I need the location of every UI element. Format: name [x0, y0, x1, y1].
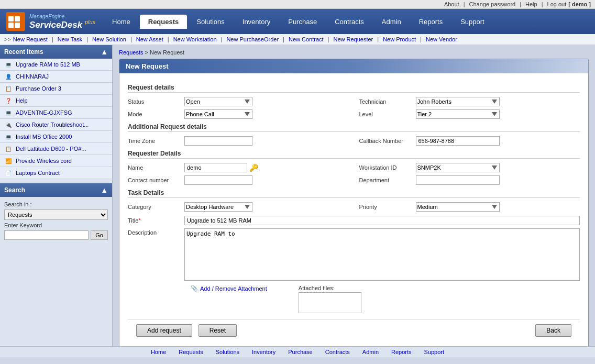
category-select[interactable]: Desktop Hardware Software Network: [184, 202, 252, 212]
wifi-icon: 📶: [4, 157, 13, 165]
logout-link[interactable]: Log out: [547, 1, 567, 7]
name-row: Name 🔑: [128, 163, 349, 172]
list-item[interactable]: 📶 Provide Wireless cord: [0, 155, 112, 167]
contact-input[interactable]: [184, 175, 252, 185]
nav-tab-contracts[interactable]: Contracts: [326, 15, 372, 29]
nav-tab-solutions[interactable]: Solutions: [188, 15, 233, 29]
purchase-icon: 📋: [4, 84, 13, 93]
footer-support[interactable]: Support: [424, 349, 445, 355]
help-icon: ❓: [4, 96, 13, 105]
list-item[interactable]: 📋 Purchase Order 3: [0, 83, 112, 95]
list-item[interactable]: ❓ Help: [0, 95, 112, 107]
back-button[interactable]: Back: [535, 324, 571, 337]
name-input-group: 🔑: [184, 163, 258, 172]
callback-input[interactable]: [416, 136, 500, 146]
search-input[interactable]: [4, 230, 89, 240]
recent-item-link[interactable]: Upgrade RAM to 512 MB: [16, 61, 80, 68]
breadcrumb-requests[interactable]: Requests: [119, 49, 143, 56]
name-input[interactable]: [184, 163, 247, 172]
recent-item-link[interactable]: Dell Lattitude D600 - PO#...: [16, 146, 86, 152]
list-item[interactable]: 👤 CHINNARAJ: [0, 71, 112, 83]
sidebar: Recent Items ▲ 💻 Upgrade RAM to 512 MB 👤…: [0, 45, 113, 346]
timezone-label: Time Zone: [128, 138, 180, 144]
nav-tab-support[interactable]: Support: [452, 15, 493, 29]
shortcut-new-asset[interactable]: New Asset: [136, 36, 163, 42]
top-bar: About | Change password | Help | Log out…: [0, 0, 595, 9]
list-item[interactable]: 📋 Dell Lattitude D600 - PO#...: [0, 143, 112, 155]
list-item[interactable]: 📄 Laptops Contract: [0, 167, 112, 179]
recent-item-link[interactable]: Cisco Router Troubleshoot...: [16, 122, 89, 128]
footer-reports[interactable]: Reports: [391, 349, 412, 355]
list-item[interactable]: 💻 Install MS Office 2000: [0, 131, 112, 143]
add-request-button[interactable]: Add request: [136, 324, 192, 337]
recent-item-link[interactable]: Help: [16, 97, 28, 104]
priority-select[interactable]: Low Medium High: [416, 202, 500, 212]
logo-area: ManageEngine ServiceDesk plus: [0, 12, 102, 31]
level-select[interactable]: Tier 1 Tier 2 Tier 3: [416, 109, 500, 119]
attachment-link[interactable]: 📎 Add / Remove Attachment: [191, 285, 267, 292]
nav-tab-requests[interactable]: Requests: [140, 15, 188, 29]
footer-solutions[interactable]: Solutions: [216, 349, 239, 355]
user-icon: 👤: [4, 72, 13, 81]
shortcut-new-product[interactable]: New Product: [383, 36, 416, 42]
list-item[interactable]: 💻 Upgrade RAM to 512 MB: [0, 59, 112, 71]
recent-items-title: Recent Items: [4, 48, 43, 56]
search-in-select[interactable]: Requests Solutions Assets Contracts: [4, 209, 108, 220]
search-header: Search ▲: [0, 183, 112, 197]
new-request-panel: New Request Request details Status Open …: [119, 59, 589, 346]
footer-purchase[interactable]: Purchase: [288, 349, 312, 355]
description-textarea[interactable]: Upgrade RAM to: [184, 228, 580, 281]
search-toggle[interactable]: ▲: [101, 186, 108, 194]
recent-item-link[interactable]: Install MS Office 2000: [16, 134, 72, 140]
shortcut-new-task[interactable]: New Task: [58, 36, 82, 42]
header: ManageEngine ServiceDesk plus Home Reque…: [0, 9, 595, 34]
list-item[interactable]: 🔌 Cisco Router Troubleshoot...: [0, 119, 112, 131]
category-row: Category Desktop Hardware Software Netwo…: [128, 202, 349, 212]
priority-row: Priority Low Medium High: [359, 202, 580, 212]
computer-icon: 💻: [4, 108, 13, 117]
status-label: Status: [128, 98, 180, 105]
recent-items-toggle[interactable]: ▲: [101, 48, 108, 56]
technician-select[interactable]: John Roberts: [416, 97, 500, 106]
change-password-link[interactable]: Change password: [469, 1, 516, 7]
shortcut-new-requester[interactable]: New Requester: [333, 36, 373, 42]
timezone-input[interactable]: [184, 136, 252, 146]
footer-home[interactable]: Home: [151, 349, 166, 355]
search-go-button[interactable]: Go: [91, 230, 108, 240]
shortcut-new-purchaseorder[interactable]: New PurchaseOrder: [226, 36, 279, 42]
nav-tab-purchase[interactable]: Purchase: [280, 15, 325, 29]
shortcut-new-vendor[interactable]: New Vendor: [426, 36, 457, 42]
recent-item-link[interactable]: Provide Wireless cord: [16, 158, 72, 164]
footer-inventory[interactable]: Inventory: [252, 349, 276, 355]
status-select[interactable]: Open Closed Pending: [184, 97, 252, 106]
btn-left-group: Add request Reset: [136, 324, 237, 337]
title-input[interactable]: [184, 216, 580, 225]
nav-tab-home[interactable]: Home: [104, 15, 139, 29]
shortcut-new-contract[interactable]: New Contract: [289, 36, 324, 42]
shortcut-new-request[interactable]: New Request: [13, 36, 48, 42]
reset-button[interactable]: Reset: [199, 324, 237, 337]
mode-select[interactable]: Phone Call Email Web: [184, 109, 252, 119]
nav-tab-reports[interactable]: Reports: [411, 15, 451, 29]
nav-tab-admin[interactable]: Admin: [373, 15, 410, 29]
footer-contracts[interactable]: Contracts: [325, 349, 350, 355]
list-item[interactable]: 💻 ADVENTNE-GJXFSG: [0, 107, 112, 119]
footer-admin[interactable]: Admin: [362, 349, 379, 355]
help-link[interactable]: Help: [525, 1, 537, 7]
category-label: Category: [128, 204, 180, 210]
mode-label: Mode: [128, 111, 180, 117]
search-body: Search in : Requests Solutions Assets Co…: [0, 197, 112, 244]
recent-item-link[interactable]: CHINNARAJ: [16, 73, 49, 80]
attached-files-box: [299, 292, 361, 313]
nav-tab-inventory[interactable]: Inventory: [234, 15, 279, 29]
workstation-select[interactable]: SNMP2K: [416, 163, 500, 172]
shortcut-new-workstation[interactable]: New Workstation: [173, 36, 217, 42]
recent-item-link[interactable]: Purchase Order 3: [16, 85, 61, 92]
recent-item-link[interactable]: Laptops Contract: [16, 170, 60, 176]
about-link[interactable]: About: [444, 1, 459, 7]
recent-item-link[interactable]: ADVENTNE-GJXFSG: [16, 109, 72, 116]
department-input[interactable]: [416, 175, 500, 185]
name-picker-icon[interactable]: 🔑: [249, 163, 258, 172]
shortcut-new-solution[interactable]: New Solution: [92, 36, 126, 42]
footer-requests[interactable]: Requests: [179, 349, 203, 355]
